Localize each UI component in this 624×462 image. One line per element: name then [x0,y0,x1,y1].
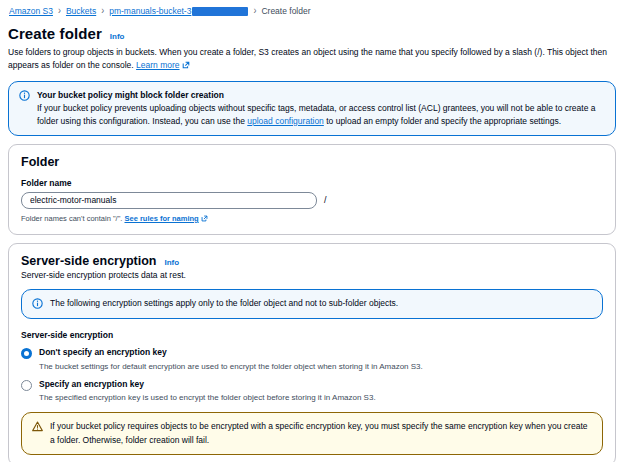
encryption-settings-info-alert: The following encryption settings apply … [21,289,603,319]
encryption-section-card: Server-side encryption Info Server-side … [8,243,616,462]
page-title: Create folder [8,25,102,42]
alert-body: The following encryption settings apply … [50,297,398,310]
breadcrumb-separator: › [101,5,104,17]
breadcrumb-buckets[interactable]: Buckets [66,6,96,16]
folder-name-label: Folder name [21,178,603,188]
page-description: Use folders to group objects in buckets.… [8,46,616,72]
encryption-key-warning-alert: If your bucket policy requires objects t… [21,412,603,454]
radio-label: Don't specify an encryption key [39,347,423,358]
radio-description: The bucket settings for default encrypti… [39,361,423,372]
alert-body: If your bucket policy prevents uploading… [37,102,605,128]
page-description-text: Use folders to group objects in buckets.… [8,47,607,69]
alert-body-text: to upload an empty folder and specify th… [324,116,561,126]
info-icon [19,90,30,103]
encryption-section-title: Server-side encryption [21,254,156,268]
helper-text: Folder names can't contain "/". [21,214,124,223]
external-link-icon [201,215,208,224]
radio-description: The specified encryption key is used to … [39,392,376,403]
folder-section-card: Folder Folder name / Folder names can't … [8,144,616,235]
warning-icon [32,421,43,434]
breadcrumb-bucket-name[interactable]: pm-manuals-bucket-3 [109,6,248,16]
bucket-name-text: pm-manuals-bucket-3 [109,6,191,16]
radio-label: Specify an encryption key [39,379,376,390]
folder-name-input[interactable] [21,192,317,209]
folder-section-title: Folder [21,155,603,169]
learn-more-link[interactable]: Learn more [136,60,179,70]
encryption-section-description: Server-side encryption protects data at … [21,270,603,280]
upload-configuration-link[interactable]: upload configuration [247,116,324,126]
see-rules-for-naming-link[interactable]: See rules for naming [124,214,198,223]
breadcrumb-amazon-s3[interactable]: Amazon S3 [9,6,53,16]
create-folder-page: Amazon S3 › Buckets › pm-manuals-bucket-… [0,0,624,462]
encryption-info-link[interactable]: Info [164,258,179,267]
external-link-icon [182,60,190,72]
breadcrumb-current-page: Create folder [261,6,310,16]
info-icon [32,298,43,311]
redaction-bar [192,7,248,16]
radio-button-selected-icon[interactable] [21,348,32,359]
folder-name-helper: Folder names can't contain "/". See rule… [21,214,603,224]
page-title-info-link[interactable]: Info [110,32,125,41]
breadcrumb-separator: › [253,5,256,17]
radio-option-dont-specify-key[interactable]: Don't specify an encryption key The buck… [21,347,603,372]
breadcrumb-separator: › [58,5,61,17]
breadcrumb: Amazon S3 › Buckets › pm-manuals-bucket-… [8,4,616,16]
radio-button-unselected-icon[interactable] [21,380,32,391]
alert-title: Your bucket policy might block folder cr… [37,89,605,102]
encryption-group-label: Server-side encryption [21,330,603,340]
bucket-policy-info-alert: Your bucket policy might block folder cr… [8,81,616,136]
folder-name-slash-suffix: / [324,195,327,205]
alert-body: If your bucket policy requires objects t… [50,420,592,446]
radio-option-specify-key[interactable]: Specify an encryption key The specified … [21,379,603,404]
